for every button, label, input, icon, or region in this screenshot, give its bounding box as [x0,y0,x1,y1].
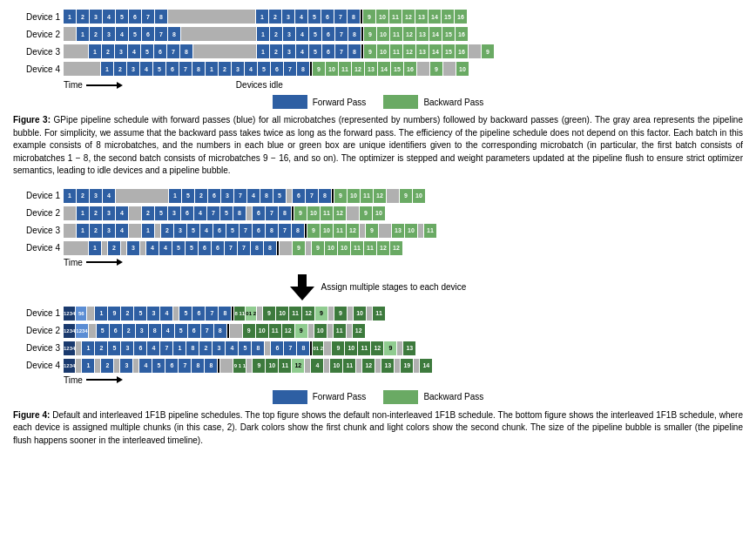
assign-label: Assign multiple stages to each device [321,281,467,293]
block: 7 [266,206,278,220]
block: 8 [214,324,226,338]
block: 2 [90,27,102,41]
block: 3 [90,10,102,24]
block: 8 [264,241,276,255]
block: 7 [179,62,192,76]
block: 5 [182,189,194,203]
block: 9 [364,44,376,58]
divider [361,27,363,41]
block: 16 [404,62,416,76]
block: 12 [390,241,402,255]
block [220,359,233,373]
block: 16 [456,27,468,41]
block: 8 [319,189,331,203]
down-arrow-container [290,274,314,300]
fig4top-device1-label: Device 1 [13,191,64,200]
fig3-device4-row: Device 4 1 2 3 4 5 6 7 8 1 2 3 4 5 6 [13,61,743,77]
block: 7 [155,27,167,41]
block: 15 [391,62,403,76]
block: 4 [162,324,174,338]
block: 2 [108,241,120,255]
block: 11 [334,224,346,238]
block: 2 [270,27,282,41]
backward-legend-box [383,95,418,109]
fig4-legend: Forward Pass Backward Pass [13,390,743,404]
block: 15 [442,10,454,24]
block: 6 [253,224,265,238]
block: 8 [233,206,246,220]
block: 9 [108,307,120,320]
block: 8 [192,359,204,373]
arrow-line [86,261,117,263]
fig3-diagram: Device 1 1 2 3 4 5 6 7 8 1 2 3 [13,9,743,90]
block: 1 [257,27,269,41]
block: 7 [234,189,246,203]
block: 7 [334,10,347,24]
down-arrowhead [290,287,314,300]
block: 8 [180,44,192,58]
fig4bot-device2-blocks: 1234 1234 5 6 2 3 8 4 5 6 7 8 9 10 11 12… [64,324,365,338]
block: 5 [186,241,198,255]
block: 3 [127,62,139,76]
block: 9 [315,307,327,320]
block: 5 [116,10,128,24]
block [327,324,333,338]
block [306,241,311,255]
block: 6 [208,189,220,203]
block: 4 [247,189,260,203]
block: 10 [325,241,337,255]
block: 1 [256,10,268,24]
block: 6 [110,324,122,338]
block: 1 [169,189,181,203]
block [168,10,255,24]
block [360,224,365,238]
block: 5 [108,341,120,355]
block: 4 [159,241,172,255]
block [64,241,88,255]
fig4bot-time-arrow [86,376,123,383]
block: 4 [140,62,152,76]
block: 2 [90,206,102,220]
block: 4 [103,10,115,24]
block: 10 [314,324,327,338]
fig4-caption-title: Figure 4: [13,410,50,420]
fig4bot-device2-label: Device 2 [13,326,64,335]
fig4top-device4-blocks: 1 2 3 4 4 5 5 6 6 7 7 8 8 9 9 [64,241,402,255]
divider [310,341,312,355]
block: 8 [348,10,360,24]
fig3-forward-label: Forward Pass [313,98,367,107]
block: 11 [289,307,301,320]
block [87,307,94,320]
block [76,359,81,373]
block [397,341,402,355]
fig4-bottom-diagram: Device 1 1234 56 1 9 2 5 3 4 5 6 7 8 8 1… [13,306,743,385]
block: 12 [282,324,294,338]
block: 7 [284,62,296,76]
fig3-device3-blocks: 1 2 3 4 5 6 7 8 1 2 3 4 5 6 7 8 [64,44,494,58]
block: 1 [257,44,269,58]
block: 9 [363,10,375,24]
block: 6 [213,224,226,238]
block: 3 [103,27,115,41]
block: 11 [343,359,355,373]
block: 8 [205,359,217,373]
divider [232,307,233,320]
block: 4 [116,206,128,220]
block: 10 [345,341,357,355]
block: 11 [269,324,281,338]
block [64,62,100,76]
fig3-backward-label: Backward Pass [423,98,483,107]
block: 1 [82,359,94,373]
fig4-forward-legend: Forward Pass [273,390,367,404]
block: 4 [295,10,307,24]
block: 3 [115,44,127,58]
block: 8 [186,341,199,355]
block: 6 [188,324,200,338]
block: 9 [334,307,347,320]
block [257,307,262,320]
block: 9 [384,341,396,355]
block: 5 [179,307,192,320]
block: 2 [77,189,89,203]
block: 3 [103,206,115,220]
divider [310,62,312,76]
